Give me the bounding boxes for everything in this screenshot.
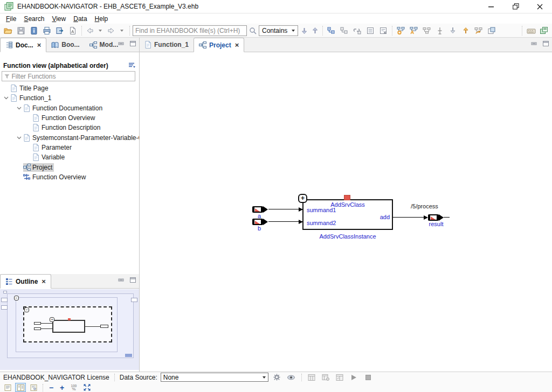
addsrvclass-block[interactable]: AddSrvClass summand1 summand2 add (302, 199, 393, 230)
tab-project[interactable]: Project × (194, 38, 244, 52)
diagram-canvas[interactable]: a b AddSrvClass summand1 summand2 add (140, 52, 552, 372)
page-figure-icon (30, 384, 38, 391)
page-with-figure-view-button[interactable] (28, 383, 39, 392)
chevron-expanded-icon[interactable] (15, 136, 23, 139)
find-previous-button[interactable] (310, 25, 320, 37)
tree-item-function-documentation[interactable]: Function Documentation (0, 103, 139, 113)
input-connector-b[interactable] (252, 219, 268, 225)
back-history-dropdown[interactable] (95, 25, 105, 37)
document-icon (32, 144, 42, 151)
tree-view-icon (5, 41, 13, 48)
tab-outline[interactable]: Outline × (0, 274, 51, 289)
keyboard-shortcuts-button[interactable] (525, 25, 537, 37)
forward-history-dropdown[interactable] (117, 25, 127, 37)
tree-item-project[interactable]: Project (0, 162, 139, 172)
handbook-button[interactable] (28, 25, 40, 37)
tab-function-1[interactable]: Function_1 (140, 38, 194, 52)
close-tab-icon[interactable]: × (42, 277, 46, 285)
forward-button[interactable] (106, 25, 116, 37)
tree-item-function-1[interactable]: Function_1 (0, 93, 139, 103)
new-window-button[interactable] (486, 25, 498, 37)
close-tab-icon[interactable]: × (37, 41, 42, 49)
model-view-button[interactable] (421, 25, 433, 37)
tab-model[interactable]: Mod... (85, 38, 123, 52)
maximize-view-icon[interactable] (543, 41, 549, 46)
find-next-button[interactable] (299, 25, 309, 37)
back-button[interactable] (85, 25, 94, 37)
window-controls (479, 0, 552, 13)
restore-button[interactable] (503, 0, 528, 13)
expand-tree-button[interactable] (339, 25, 350, 37)
outline-thumbnail[interactable]: − − + (0, 289, 139, 370)
maximize-view-icon[interactable] (130, 41, 136, 46)
minimize-button[interactable] (479, 0, 503, 13)
menu-search[interactable]: Search (20, 15, 48, 23)
wire-b[interactable] (268, 221, 302, 222)
print-button[interactable] (41, 25, 53, 37)
experiment-grid-button[interactable] (307, 373, 318, 382)
tab-book[interactable]: Boo... (46, 38, 84, 52)
close-button[interactable] (528, 0, 552, 13)
maximize-view-icon[interactable] (130, 277, 136, 283)
zoom-reset-button[interactable]: 100 % (68, 383, 79, 392)
export-button[interactable] (54, 25, 66, 37)
search-button[interactable] (248, 25, 258, 37)
wire-result[interactable] (393, 217, 425, 218)
experiment-config-button[interactable] (321, 373, 332, 382)
tab-documentation[interactable]: Doc... × (0, 38, 46, 52)
close-tab-icon[interactable]: × (235, 41, 239, 49)
filter-input[interactable] (11, 73, 133, 80)
search-input[interactable] (133, 25, 247, 36)
tree-item-function-description[interactable]: Function Description (0, 123, 139, 132)
datasource-dropdown[interactable]: None (161, 373, 268, 382)
single-page-view-button[interactable] (2, 383, 13, 392)
chevron-expanded-icon[interactable] (2, 96, 10, 100)
fit-to-window-button[interactable] (81, 383, 92, 392)
clear-list-button[interactable] (377, 25, 389, 37)
filter-field[interactable] (2, 71, 135, 81)
tree-item-parameter[interactable]: Parameter (0, 143, 139, 152)
menu-help[interactable]: Help (91, 15, 112, 23)
tree-item-function-overview-class[interactable]: Function Overview (0, 172, 139, 182)
stop-experiment-button[interactable] (363, 373, 374, 382)
minimize-view-icon[interactable] (118, 277, 125, 283)
process-marker[interactable] (344, 195, 350, 200)
wire-a[interactable] (268, 209, 302, 209)
step-into-button[interactable] (447, 25, 459, 37)
menu-file[interactable]: File (2, 15, 20, 23)
show-list-button[interactable] (364, 25, 376, 37)
add-model-button[interactable] (395, 25, 407, 37)
search-mode-dropdown[interactable]: Contains (259, 25, 298, 36)
chevron-expanded-icon[interactable] (15, 107, 23, 110)
tree-item-function-overview[interactable]: Function Overview (0, 113, 139, 123)
save-button[interactable] (15, 25, 27, 37)
link-with-editor-button[interactable] (351, 25, 363, 37)
output-connector-result[interactable] (428, 214, 444, 221)
goto-model-button[interactable] (473, 25, 485, 37)
two-page-view-button[interactable] (15, 383, 26, 392)
tree-item-title-page[interactable]: Title Page (0, 83, 139, 93)
collapse-all-button[interactable] (326, 25, 337, 37)
view-menu-button[interactable] (128, 61, 136, 71)
search-model-button[interactable] (408, 25, 420, 37)
step-out-button[interactable] (460, 25, 472, 37)
menu-view[interactable]: View (48, 15, 70, 23)
zoom-out-button[interactable]: − (47, 383, 56, 392)
minimize-view-icon[interactable] (531, 41, 537, 46)
port-add-label: add (380, 214, 390, 220)
minimize-view-icon[interactable] (118, 41, 125, 46)
open-file-button[interactable] (2, 25, 14, 37)
datasource-settings-button[interactable] (272, 373, 282, 382)
tree-item-systemconstant[interactable]: Systemconstant-Parameter-Variable-Cl (0, 132, 139, 142)
tree-item-variable[interactable]: Variable (0, 152, 139, 162)
expand-block-button[interactable]: + (298, 194, 307, 203)
menu-data[interactable]: Data (70, 15, 91, 23)
show-views-button[interactable] (538, 25, 550, 37)
input-connector-a[interactable] (252, 206, 268, 213)
pdf-export-button[interactable] (67, 25, 79, 37)
experiment-view-button[interactable] (335, 373, 346, 382)
start-experiment-button[interactable] (349, 373, 360, 382)
show-values-button[interactable] (286, 373, 296, 382)
pin-view-button[interactable] (434, 25, 446, 37)
zoom-in-button[interactable]: + (58, 383, 66, 392)
